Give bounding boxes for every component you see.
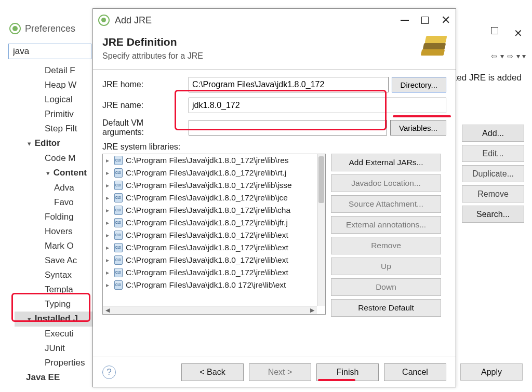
edit-jre-button: Edit... bbox=[462, 145, 524, 162]
restore-default-button[interactable]: Restore Default bbox=[331, 299, 441, 317]
lib-remove-button: Remove bbox=[331, 237, 441, 254]
dialog-subheading: Specify attributes for a JRE bbox=[102, 51, 446, 61]
fwd-arrow-icon[interactable]: ⇨ bbox=[506, 52, 514, 60]
tree-item[interactable]: ▾ Installed J bbox=[15, 312, 92, 327]
jre-name-label: JRE name: bbox=[102, 101, 185, 110]
library-item[interactable]: ▸C:\Program Files\Java\jdk1.8.0_172\jre\… bbox=[103, 204, 317, 217]
next-button: Next > bbox=[249, 363, 311, 381]
preferences-search-input[interactable] bbox=[8, 44, 91, 59]
books-icon bbox=[418, 35, 448, 60]
preferences-window: Preferences Detail FHeap WLogicalPrimiti… bbox=[9, 23, 92, 385]
tree-item[interactable]: Hovers bbox=[15, 224, 92, 239]
tree-item[interactable]: Favo bbox=[15, 195, 92, 210]
close-icon[interactable]: ✕ bbox=[441, 17, 450, 24]
javadoc-location-button: Javadoc Location... bbox=[331, 174, 441, 192]
jar-icon bbox=[114, 255, 123, 265]
dialog-title: Add JRE bbox=[115, 15, 395, 26]
bg-window-controls: ✕ bbox=[491, 27, 523, 39]
vm-args-input[interactable] bbox=[189, 120, 387, 136]
jre-name-input[interactable] bbox=[189, 98, 446, 113]
right-note-text: ted JRE is added bbox=[455, 73, 522, 83]
help-icon[interactable]: ? bbox=[102, 366, 116, 379]
back-button[interactable]: < Back bbox=[181, 363, 244, 381]
tree-item[interactable]: Code M bbox=[15, 151, 92, 166]
jar-icon bbox=[114, 193, 123, 202]
tree-item[interactable]: Templa bbox=[15, 282, 92, 297]
library-item[interactable]: ▸C:\Program Files\Java\jdk1.8.0_172\jre\… bbox=[103, 241, 317, 254]
system-libraries-list[interactable]: ▸C:\Program Files\Java\jdk1.8.0_172\jre\… bbox=[102, 154, 326, 315]
vm-args-label: Default VM arguments: bbox=[102, 118, 185, 137]
dialog-banner: JRE Definition Specify attributes for a … bbox=[93, 32, 456, 70]
preferences-title: Preferences bbox=[25, 23, 75, 34]
jar-icon bbox=[114, 206, 123, 215]
dialog-titlebar: Add JRE ✕ bbox=[93, 9, 456, 32]
jre-home-input[interactable] bbox=[189, 77, 389, 92]
directory-button[interactable]: Directory... bbox=[392, 77, 446, 92]
tree-item[interactable]: ▾ Content bbox=[15, 166, 92, 181]
tree-item[interactable]: Heap W bbox=[15, 78, 92, 92]
minimize-icon[interactable] bbox=[401, 20, 409, 21]
apply-button[interactable]: Apply bbox=[460, 363, 523, 381]
back-arrow-icon[interactable]: ⇦ bbox=[490, 52, 498, 60]
vertical-scrollbar[interactable] bbox=[317, 154, 325, 306]
variables-button[interactable]: Variables... bbox=[390, 120, 446, 136]
jre-home-label: JRE home: bbox=[102, 80, 185, 89]
horizontal-scrollbar[interactable]: ◀▶ bbox=[103, 306, 317, 314]
eclipse-icon bbox=[9, 23, 21, 34]
add-external-jars-button[interactable]: Add External JARs... bbox=[331, 154, 441, 171]
cancel-button[interactable]: Cancel bbox=[384, 363, 446, 381]
tree-item[interactable]: JUnit bbox=[15, 341, 92, 356]
tree-item[interactable]: Logical bbox=[15, 92, 92, 107]
add-jre-button[interactable]: Add... bbox=[462, 125, 524, 142]
tree-item[interactable]: Detail F bbox=[15, 63, 92, 78]
tree-item[interactable]: Java EE bbox=[15, 370, 92, 385]
lib-down-button: Down bbox=[331, 278, 441, 296]
jar-icon bbox=[114, 156, 123, 165]
tree-item[interactable]: Syntax bbox=[15, 268, 92, 282]
tree-item[interactable]: Typing bbox=[15, 297, 92, 312]
remove-jre-button: Remove bbox=[462, 185, 524, 202]
search-jre-button[interactable]: Search... bbox=[462, 206, 524, 223]
library-item[interactable]: ▸C:\Program Files\Java\jdk1.8.0_172\jre\… bbox=[103, 179, 317, 192]
library-buttons: Add External JARs... Javadoc Location...… bbox=[331, 154, 441, 317]
library-item[interactable]: ▸C:\Program Files\Java\jdk1.8.0_172\jre\… bbox=[103, 266, 317, 279]
preferences-tree[interactable]: Detail FHeap WLogicalPrimitivStep Filt▾ … bbox=[9, 63, 92, 385]
tree-item[interactable]: Properties bbox=[15, 356, 92, 370]
tree-item[interactable]: ▾ Editor bbox=[15, 136, 92, 151]
library-item[interactable]: ▸C:\Program Files\Java\jdk1.8.0_172\jre\… bbox=[103, 254, 317, 266]
jar-icon bbox=[114, 243, 123, 252]
jar-icon bbox=[114, 280, 123, 290]
jar-icon bbox=[114, 268, 123, 277]
jar-icon bbox=[114, 181, 123, 190]
jre-side-buttons: Add... Edit... Duplicate... Remove Searc… bbox=[462, 125, 524, 223]
finish-button[interactable]: Finish bbox=[316, 363, 379, 381]
lib-up-button: Up bbox=[331, 258, 441, 275]
source-attachment-button: Source Attachment... bbox=[331, 195, 441, 213]
tree-item[interactable]: Mark O bbox=[15, 239, 92, 253]
bg-toolbar: ⇦▾ ⇨▾ ▾ bbox=[490, 52, 526, 60]
dialog-footer: ? < Back Next > Finish Cancel bbox=[93, 357, 456, 387]
library-item[interactable]: ▸C:\Program Files\Java\jdk1.8.0_172\jre\… bbox=[103, 154, 317, 167]
tree-item[interactable]: Save Ac bbox=[15, 253, 92, 268]
library-item[interactable]: ▸C:\Program Files\Java\jdk1.8.0_172\jre\… bbox=[103, 229, 317, 241]
tree-item[interactable]: Primitiv bbox=[15, 107, 92, 121]
dialog-body: JRE home: Directory... JRE name: Default… bbox=[93, 70, 456, 357]
tree-item[interactable]: Executi bbox=[15, 327, 92, 341]
spring-icon bbox=[98, 15, 110, 26]
library-item[interactable]: ▸C:\Program Files\Java\jdk1.8.0_172\jre\… bbox=[103, 192, 317, 204]
maximize-icon[interactable] bbox=[421, 17, 429, 24]
tree-item[interactable]: Folding bbox=[15, 210, 92, 224]
bg-maximize-icon[interactable] bbox=[491, 27, 498, 34]
dialog-heading: JRE Definition bbox=[102, 36, 446, 48]
jar-icon bbox=[114, 218, 123, 227]
sys-libs-label: JRE system libraries: bbox=[102, 142, 446, 152]
tree-item[interactable]: Step Filt bbox=[15, 121, 92, 136]
external-annotations-button: External annotations... bbox=[331, 216, 441, 234]
library-item[interactable]: ▸C:\Program Files\Java\jdk1.8.0 172\jre\… bbox=[103, 279, 317, 291]
library-item[interactable]: ▸C:\Program Files\Java\jdk1.8.0_172\jre\… bbox=[103, 217, 317, 229]
tree-item[interactable]: Adva bbox=[15, 181, 92, 195]
library-item[interactable]: ▸C:\Program Files\Java\jdk1.8.0_172\jre\… bbox=[103, 167, 317, 179]
bg-close-icon[interactable]: ✕ bbox=[514, 27, 523, 39]
jar-icon bbox=[114, 231, 123, 240]
duplicate-jre-button: Duplicate... bbox=[462, 165, 524, 182]
